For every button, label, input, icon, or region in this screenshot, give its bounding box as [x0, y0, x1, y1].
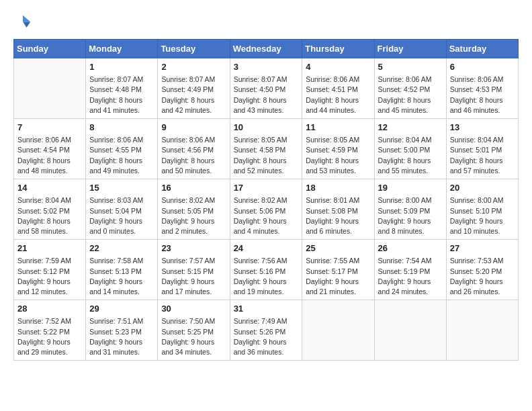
calendar-cell — [302, 300, 374, 361]
calendar-cell: 14Sunrise: 8:04 AMSunset: 5:02 PMDayligh… — [14, 179, 86, 240]
day-info: Sunrise: 8:07 AMSunset: 4:50 PMDaylight:… — [234, 75, 299, 116]
calendar-cell: 20Sunrise: 8:00 AMSunset: 5:10 PMDayligh… — [446, 179, 518, 240]
calendar-cell: 24Sunrise: 7:56 AMSunset: 5:16 PMDayligh… — [230, 240, 302, 300]
day-number: 4 — [306, 61, 370, 73]
day-info: Sunrise: 8:06 AMSunset: 4:56 PMDaylight:… — [161, 135, 226, 176]
day-number: 12 — [378, 122, 443, 134]
day-number: 16 — [161, 182, 226, 194]
column-header-friday: Friday — [374, 40, 446, 58]
calendar-cell: 9Sunrise: 8:06 AMSunset: 4:56 PMDaylight… — [158, 119, 230, 179]
day-info: Sunrise: 8:04 AMSunset: 5:01 PMDaylight:… — [450, 135, 515, 176]
day-info: Sunrise: 7:51 AMSunset: 5:23 PMDaylight:… — [89, 316, 154, 357]
calendar-cell: 8Sunrise: 8:06 AMSunset: 4:55 PMDaylight… — [86, 119, 158, 179]
calendar-table: SundayMondayTuesdayWednesdayThursdayFrid… — [13, 39, 519, 361]
calendar-cell: 27Sunrise: 7:53 AMSunset: 5:20 PMDayligh… — [446, 240, 518, 300]
day-info: Sunrise: 8:07 AMSunset: 4:48 PMDaylight:… — [89, 75, 154, 116]
calendar-cell: 7Sunrise: 8:06 AMSunset: 4:54 PMDaylight… — [14, 119, 86, 179]
day-number: 17 — [234, 182, 299, 194]
day-number: 27 — [450, 242, 515, 255]
day-number: 18 — [306, 182, 370, 194]
day-info: Sunrise: 7:54 AMSunset: 5:19 PMDaylight:… — [378, 256, 443, 297]
day-number: 26 — [378, 242, 443, 255]
calendar-cell: 11Sunrise: 8:05 AMSunset: 4:59 PMDayligh… — [302, 119, 374, 179]
calendar-cell: 26Sunrise: 7:54 AMSunset: 5:19 PMDayligh… — [374, 240, 446, 300]
calendar-cell: 25Sunrise: 7:55 AMSunset: 5:17 PMDayligh… — [302, 240, 374, 300]
day-number: 24 — [234, 242, 299, 255]
day-number: 5 — [378, 61, 443, 73]
calendar-cell: 6Sunrise: 8:06 AMSunset: 4:53 PMDaylight… — [446, 58, 518, 119]
day-info: Sunrise: 8:04 AMSunset: 5:00 PMDaylight:… — [378, 135, 443, 176]
calendar-cell: 22Sunrise: 7:58 AMSunset: 5:13 PMDayligh… — [86, 240, 158, 300]
day-info: Sunrise: 8:06 AMSunset: 4:55 PMDaylight:… — [89, 135, 154, 176]
calendar-week-row: 28Sunrise: 7:52 AMSunset: 5:22 PMDayligh… — [14, 300, 519, 361]
day-number: 19 — [378, 182, 443, 194]
calendar-cell: 18Sunrise: 8:01 AMSunset: 5:08 PMDayligh… — [302, 179, 374, 240]
day-number: 9 — [161, 122, 226, 134]
day-info: Sunrise: 8:05 AMSunset: 4:58 PMDaylight:… — [234, 135, 299, 176]
day-info: Sunrise: 7:59 AMSunset: 5:12 PMDaylight:… — [17, 256, 82, 297]
column-header-saturday: Saturday — [446, 40, 518, 58]
day-info: Sunrise: 8:02 AMSunset: 5:06 PMDaylight:… — [234, 195, 299, 236]
calendar-cell: 3Sunrise: 8:07 AMSunset: 4:50 PMDaylight… — [230, 58, 302, 119]
day-info: Sunrise: 8:06 AMSunset: 4:53 PMDaylight:… — [450, 75, 515, 116]
calendar-cell: 4Sunrise: 8:06 AMSunset: 4:51 PMDaylight… — [302, 58, 374, 119]
day-number: 11 — [306, 122, 370, 134]
day-info: Sunrise: 7:52 AMSunset: 5:22 PMDaylight:… — [17, 316, 82, 357]
day-info: Sunrise: 8:00 AMSunset: 5:09 PMDaylight:… — [378, 195, 443, 236]
logo-icon — [13, 13, 32, 32]
day-info: Sunrise: 8:07 AMSunset: 4:49 PMDaylight:… — [161, 75, 226, 116]
calendar-cell: 15Sunrise: 8:03 AMSunset: 5:04 PMDayligh… — [86, 179, 158, 240]
logo — [13, 13, 35, 32]
calendar-cell: 16Sunrise: 8:02 AMSunset: 5:05 PMDayligh… — [158, 179, 230, 240]
day-number: 13 — [450, 122, 515, 134]
calendar-cell: 21Sunrise: 7:59 AMSunset: 5:12 PMDayligh… — [14, 240, 86, 300]
day-info: Sunrise: 8:04 AMSunset: 5:02 PMDaylight:… — [17, 195, 82, 236]
calendar-week-row: 14Sunrise: 8:04 AMSunset: 5:02 PMDayligh… — [14, 179, 519, 240]
day-number: 22 — [89, 242, 154, 255]
calendar-cell: 17Sunrise: 8:02 AMSunset: 5:06 PMDayligh… — [230, 179, 302, 240]
day-info: Sunrise: 7:56 AMSunset: 5:16 PMDaylight:… — [234, 256, 299, 297]
calendar-cell: 29Sunrise: 7:51 AMSunset: 5:23 PMDayligh… — [86, 300, 158, 361]
day-number: 29 — [89, 303, 154, 315]
day-number: 8 — [89, 122, 154, 134]
calendar-cell: 1Sunrise: 8:07 AMSunset: 4:48 PMDaylight… — [86, 58, 158, 119]
day-number: 28 — [17, 303, 82, 315]
svg-marker-1 — [23, 22, 30, 28]
day-number: 1 — [89, 61, 154, 73]
day-number: 14 — [17, 182, 82, 194]
day-number: 15 — [89, 182, 154, 194]
calendar-cell: 2Sunrise: 8:07 AMSunset: 4:49 PMDaylight… — [158, 58, 230, 119]
calendar-week-row: 1Sunrise: 8:07 AMSunset: 4:48 PMDaylight… — [14, 58, 519, 119]
calendar-cell: 31Sunrise: 7:49 AMSunset: 5:26 PMDayligh… — [230, 300, 302, 361]
calendar-week-row: 7Sunrise: 8:06 AMSunset: 4:54 PMDaylight… — [14, 119, 519, 179]
calendar-cell — [14, 58, 86, 119]
calendar-cell — [446, 300, 518, 361]
calendar-cell — [374, 300, 446, 361]
day-number: 2 — [161, 61, 226, 73]
day-number: 20 — [450, 182, 515, 194]
day-number: 3 — [234, 61, 299, 73]
day-info: Sunrise: 8:06 AMSunset: 4:51 PMDaylight:… — [306, 75, 370, 116]
day-info: Sunrise: 8:02 AMSunset: 5:05 PMDaylight:… — [161, 195, 226, 236]
day-number: 10 — [234, 122, 299, 134]
day-info: Sunrise: 8:06 AMSunset: 4:52 PMDaylight:… — [378, 75, 443, 116]
calendar-week-row: 21Sunrise: 7:59 AMSunset: 5:12 PMDayligh… — [14, 240, 519, 300]
day-number: 6 — [450, 61, 515, 73]
day-info: Sunrise: 7:58 AMSunset: 5:13 PMDaylight:… — [89, 256, 154, 297]
day-number: 21 — [17, 242, 82, 255]
calendar-header-row: SundayMondayTuesdayWednesdayThursdayFrid… — [14, 40, 519, 58]
day-info: Sunrise: 7:49 AMSunset: 5:26 PMDaylight:… — [234, 316, 299, 357]
day-info: Sunrise: 8:00 AMSunset: 5:10 PMDaylight:… — [450, 195, 515, 236]
calendar-cell: 28Sunrise: 7:52 AMSunset: 5:22 PMDayligh… — [14, 300, 86, 361]
day-info: Sunrise: 8:05 AMSunset: 4:59 PMDaylight:… — [306, 135, 370, 176]
page-header — [13, 13, 519, 32]
day-number: 25 — [306, 242, 370, 255]
day-info: Sunrise: 8:01 AMSunset: 5:08 PMDaylight:… — [306, 195, 370, 236]
day-number: 30 — [161, 303, 226, 315]
calendar-cell: 19Sunrise: 8:00 AMSunset: 5:09 PMDayligh… — [374, 179, 446, 240]
column-header-tuesday: Tuesday — [158, 40, 230, 58]
svg-marker-0 — [23, 15, 30, 22]
day-info: Sunrise: 7:57 AMSunset: 5:15 PMDaylight:… — [161, 256, 226, 297]
calendar-cell: 13Sunrise: 8:04 AMSunset: 5:01 PMDayligh… — [446, 119, 518, 179]
column-header-wednesday: Wednesday — [230, 40, 302, 58]
